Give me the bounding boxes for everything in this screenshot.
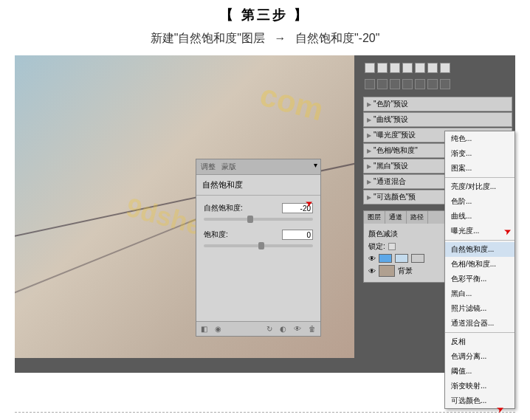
eye-icon[interactable]: 👁 <box>368 255 376 263</box>
subtitle-pre: 新建"自然饱和度"图层 <box>151 32 265 44</box>
chevron-right-icon: ▶ <box>367 179 371 185</box>
divider <box>15 412 515 413</box>
chevron-right-icon: ▶ <box>367 163 371 170</box>
footer-icon[interactable]: 👁 <box>294 325 301 333</box>
menu-item[interactable]: 色彩平衡... <box>445 272 514 286</box>
tool-icon[interactable] <box>365 79 375 89</box>
tab-paths[interactable]: 路径 <box>407 211 428 224</box>
tool-row <box>360 76 515 92</box>
trash-icon[interactable]: 🗑 <box>309 325 316 333</box>
panel-menu-icon[interactable]: ▾ <box>314 161 317 169</box>
menu-item[interactable]: 纯色... <box>445 131 514 146</box>
layer-mask-thumb <box>411 254 424 263</box>
menu-item[interactable]: 照片滤镜... <box>445 301 514 316</box>
menu-item[interactable]: 图案... <box>445 161 514 176</box>
blend-mode[interactable]: 颜色减淡 <box>368 229 398 239</box>
saturation-input[interactable] <box>282 230 313 240</box>
menu-item[interactable]: 曲线... <box>445 209 514 224</box>
arrow-icon: → <box>274 32 286 44</box>
menu-item[interactable]: 亮度/对比度... <box>445 179 514 194</box>
footer-icon[interactable]: ◉ <box>215 325 221 333</box>
footer-icon[interactable]: ↻ <box>266 325 272 333</box>
footer-icon[interactable]: ◐ <box>280 325 286 333</box>
menu-item[interactable]: 渐变映射... <box>445 379 514 393</box>
panel-footer: ◧ ◉ ↻ ◐ 👁 🗑 <box>196 321 320 336</box>
tab-layers[interactable]: 图层 <box>364 211 385 224</box>
tool-icon[interactable] <box>427 63 438 73</box>
saturation-label: 饱和度: <box>204 230 228 240</box>
chevron-right-icon: ▶ <box>367 132 371 139</box>
eye-icon[interactable]: 👁 <box>368 267 376 275</box>
menu-item[interactable]: 黑白... <box>445 286 514 301</box>
chevron-right-icon: ▶ <box>367 101 371 108</box>
menu-item[interactable]: 反相 <box>445 334 514 349</box>
layer-thumb <box>379 254 392 263</box>
tool-icon[interactable] <box>390 79 400 89</box>
tool-icon[interactable] <box>415 63 425 73</box>
saturation-slider[interactable] <box>204 244 313 247</box>
preset-item[interactable]: ▶"色阶"预设 <box>363 97 512 111</box>
workspace: com 9dsheji 调整 蒙版 ▾ 自然饱和度 自然饱和度: ➤ 饱和度: … <box>15 55 515 373</box>
menu-item[interactable]: 阈值... <box>445 364 514 379</box>
chevron-right-icon: ▶ <box>367 117 371 123</box>
chevron-right-icon: ▶ <box>367 148 371 154</box>
adjustment-layer-menu: 纯色... 渐变... 图案... 亮度/对比度... 色阶... 曲线... … <box>444 131 515 409</box>
menu-item[interactable]: 色阶... <box>445 194 514 209</box>
lock-label: 锁定: <box>368 241 385 252</box>
tab-channels[interactable]: 通道 <box>385 211 407 224</box>
subtitle-post: 自然饱和度"-20" <box>295 32 379 44</box>
vibrance-label: 自然饱和度: <box>204 203 243 213</box>
vibrance-panel: 调整 蒙版 ▾ 自然饱和度 自然饱和度: ➤ 饱和度: ◧ ◉ ↻ ◐ 👁 🗑 <box>196 159 321 337</box>
tool-icon[interactable] <box>402 63 413 73</box>
layer-name: 背景 <box>398 266 413 276</box>
panel-title: 自然饱和度 <box>196 175 320 195</box>
layer-thumb <box>379 265 395 277</box>
vibrance-field-row: 自然饱和度: <box>196 200 320 216</box>
tool-row <box>360 60 515 76</box>
tool-icon[interactable] <box>390 63 400 73</box>
menu-item[interactable]: 通道混合器... <box>445 316 514 331</box>
tool-icon[interactable] <box>415 79 425 89</box>
step-title: 【 第三步 】 <box>0 0 530 28</box>
tool-icon[interactable] <box>440 63 450 73</box>
tab-masks[interactable]: 蒙版 <box>221 162 236 172</box>
menu-item-vibrance[interactable]: 自然饱和度... <box>445 242 514 257</box>
lock-icon[interactable] <box>388 243 396 250</box>
tool-icon[interactable] <box>377 63 388 73</box>
footer-icon[interactable]: ◧ <box>201 325 207 333</box>
layer-thumb <box>395 254 408 263</box>
vibrance-slider[interactable] <box>204 218 313 221</box>
tool-icon[interactable] <box>365 63 375 73</box>
saturation-field-row: 饱和度: <box>196 227 320 243</box>
tool-icon[interactable] <box>402 79 413 89</box>
menu-item[interactable]: 可选颜色... <box>445 393 514 408</box>
menu-item[interactable]: 色相/饱和度... <box>445 257 514 272</box>
tab-adjustments[interactable]: 调整 <box>201 162 216 172</box>
chevron-right-icon: ▶ <box>367 194 371 201</box>
tool-icon[interactable] <box>377 79 388 89</box>
menu-item[interactable]: 色调分离... <box>445 349 514 364</box>
preset-item[interactable]: ▶"曲线"预设 <box>363 112 512 127</box>
panel-tabs: 调整 蒙版 ▾ <box>196 159 320 175</box>
tool-icon[interactable] <box>440 79 450 89</box>
step-subtitle: 新建"自然饱和度"图层 → 自然饱和度"-20" <box>0 28 530 55</box>
menu-item[interactable]: 渐变... <box>445 146 514 161</box>
tool-icon[interactable] <box>427 79 438 89</box>
